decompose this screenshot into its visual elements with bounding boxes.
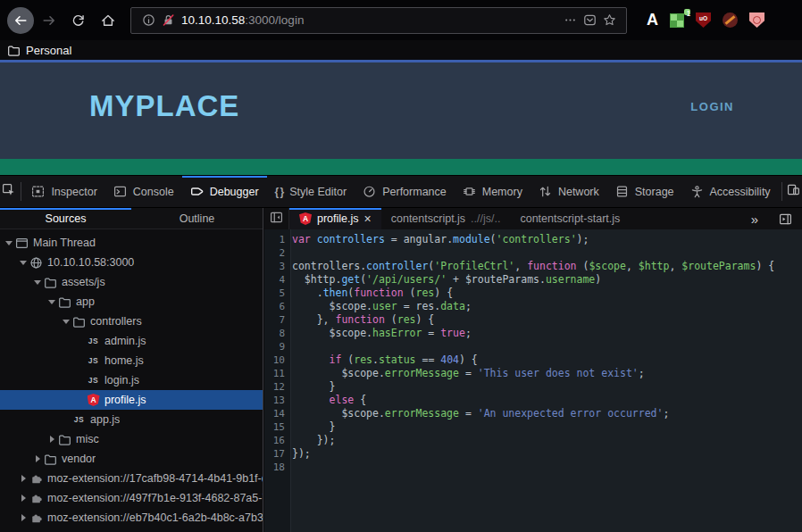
code-line[interactable]: .then(function (res) { [292, 287, 802, 300]
twisty-open-icon[interactable] [4, 241, 14, 245]
devtools-tab-style-editor[interactable]: { }Style Editor [267, 176, 355, 207]
panel-tab-sources[interactable]: Sources [0, 208, 131, 229]
code-line[interactable] [292, 461, 802, 474]
expand-panes-button[interactable] [772, 212, 798, 226]
tree-item-app[interactable]: app [0, 292, 263, 312]
devtools-tab-network[interactable]: Network [530, 176, 607, 207]
shield-extension-icon[interactable] [749, 12, 764, 28]
line-number[interactable]: 9 [264, 340, 290, 353]
more-tabs-button[interactable]: » [741, 212, 768, 226]
network-icon [539, 185, 552, 198]
tree-item-assets-js[interactable]: assets/js [0, 272, 263, 292]
code-line[interactable] [292, 340, 802, 353]
devtools-tab-memory[interactable]: Memory [455, 176, 530, 207]
tree-item-main-thread[interactable]: Main Thread [0, 233, 263, 253]
tree-item-moz-extension-eb7b40c1-6a2b-4b8c-a7b3-faa[interactable]: moz-extension://eb7b40c1-6a2b-4b8c-a7b3-… [0, 508, 263, 528]
tree-item-login.js[interactable]: JSlogin.js [0, 370, 263, 390]
url-bar[interactable]: 10.10.10.58:3000/login [130, 7, 627, 34]
twisty-open-icon[interactable] [46, 300, 57, 304]
tree-item-controllers[interactable]: controllers [0, 312, 263, 331]
tree-item-vendor[interactable]: vendor [0, 449, 263, 469]
editor-tab-profile-js[interactable]: Aprofile.js× [289, 208, 381, 229]
site-info-icon[interactable] [138, 13, 158, 27]
line-number[interactable]: 15 [264, 420, 290, 434]
line-number[interactable]: 3 [264, 260, 290, 273]
devtools-tab-performance[interactable]: Performance [355, 176, 455, 207]
line-number[interactable]: 4 [264, 273, 290, 287]
devtools-tab-inspector[interactable]: Inspector [23, 176, 104, 207]
extension-green-icon[interactable]: 1 [670, 13, 684, 28]
devtools-tab-console[interactable]: Console [105, 176, 182, 207]
code-line[interactable]: }); [292, 434, 802, 447]
code-line[interactable] [292, 246, 802, 260]
noscript-icon[interactable] [723, 12, 738, 28]
code-line[interactable]: $scope.user = res.data; [292, 300, 802, 313]
editor-tab-contentscript-start-js[interactable]: contentscript-start.js [510, 208, 630, 229]
twisty-closed-icon[interactable] [46, 436, 57, 443]
tree-item-home.js[interactable]: JShome.js [0, 351, 263, 370]
code-line[interactable]: var controllers = angular.module('contro… [292, 233, 802, 246]
line-number[interactable]: 2 [264, 246, 290, 260]
tree-item-moz-extension-17cafb98-4714-4b41-9b1f-d415[interactable]: moz-extension://17cafb98-4714-4b41-9b1f-… [0, 469, 263, 488]
line-number[interactable]: 1 [264, 233, 290, 246]
code-editor[interactable]: 123456789101112131415161718 var controll… [264, 229, 802, 532]
line-number[interactable]: 11 [264, 367, 290, 380]
code-line[interactable]: $scope.errorMessage = 'This user does no… [292, 367, 802, 380]
extension-a-icon[interactable]: A [647, 11, 658, 29]
tree-item-10.10.10.58-3000[interactable]: 10.10.10.58:3000 [0, 253, 263, 272]
tree-item-moz-extension-497f7b1e-913f-4682-87a5-751[interactable]: moz-extension://497f7b1e-913f-4682-87a5-… [0, 488, 263, 508]
twisty-closed-icon[interactable] [18, 475, 29, 482]
line-number[interactable]: 13 [264, 394, 290, 407]
code-line[interactable]: else { [292, 394, 802, 407]
twisty-open-icon[interactable] [61, 320, 71, 324]
panel-tab-outline[interactable]: Outline [131, 208, 263, 229]
reload-button[interactable] [64, 7, 91, 34]
devtools-tab-storage[interactable]: Storage [607, 176, 682, 207]
code-line[interactable]: $scope.errorMessage = 'An unexpected err… [292, 407, 802, 420]
close-icon[interactable]: × [364, 212, 372, 226]
code-line[interactable]: if (res.status == 404) { [292, 353, 802, 367]
ublock-icon[interactable]: uO [696, 12, 711, 28]
twisty-closed-icon[interactable] [18, 514, 29, 521]
code-line[interactable]: $scope.hasError = true; [292, 327, 802, 340]
tree-item-profile.js[interactable]: Aprofile.js [0, 390, 263, 410]
login-link[interactable]: LOGIN [690, 100, 734, 113]
line-number[interactable]: 5 [264, 287, 290, 300]
line-number[interactable]: 17 [264, 447, 290, 461]
line-number[interactable]: 8 [264, 327, 290, 340]
line-number[interactable]: 14 [264, 407, 290, 420]
twisty-open-icon[interactable] [18, 261, 29, 265]
collapse-sources-button[interactable] [264, 208, 289, 229]
tree-item-app.js[interactable]: JSapp.js [0, 410, 263, 429]
code-line[interactable]: controllers.controller('ProfileCtrl', fu… [292, 260, 802, 273]
code-line[interactable]: $http.get('/api/users/' + $routeParams.u… [292, 273, 802, 287]
code-line[interactable]: }, function (res) { [292, 313, 802, 327]
line-number[interactable]: 16 [264, 434, 290, 447]
back-button[interactable] [7, 7, 34, 34]
twisty-closed-icon[interactable] [32, 455, 43, 462]
tree-item-misc[interactable]: misc [0, 429, 263, 449]
devtools-tab-accessibility[interactable]: Accessibility [682, 176, 779, 207]
pocket-icon[interactable] [580, 13, 599, 27]
home-button[interactable] [95, 7, 121, 34]
insecure-lock-icon[interactable] [158, 13, 178, 27]
pick-element-button[interactable] [0, 176, 18, 207]
forward-button[interactable] [36, 7, 63, 34]
page-actions-icon[interactable] [560, 13, 580, 27]
twisty-closed-icon[interactable] [18, 495, 29, 502]
code-line[interactable]: } [292, 380, 802, 394]
devtools-tab-debugger[interactable]: Debugger [182, 176, 267, 207]
editor-tab-contentscript-js[interactable]: contentscript.js..//js/.. [381, 208, 511, 229]
line-number[interactable]: 18 [264, 461, 290, 474]
tree-item-admin.js[interactable]: JSadmin.js [0, 331, 263, 351]
line-number[interactable]: 12 [264, 380, 290, 394]
code-line[interactable]: } [292, 420, 802, 434]
responsive-mode-button[interactable] [784, 176, 802, 207]
container-tab[interactable]: Personal [0, 40, 802, 60]
bookmark-star-icon[interactable] [599, 13, 619, 27]
line-number[interactable]: 7 [264, 313, 290, 327]
line-number[interactable]: 10 [264, 353, 290, 367]
twisty-open-icon[interactable] [32, 280, 43, 285]
code-line[interactable]: }); [292, 447, 802, 461]
line-number[interactable]: 6 [264, 300, 290, 313]
